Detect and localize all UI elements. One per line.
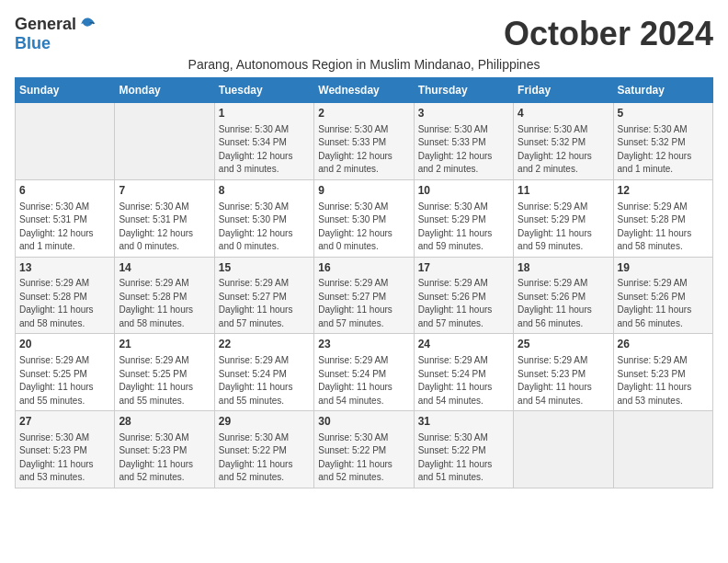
calendar-cell: 28Sunrise: 5:30 AM Sunset: 5:23 PM Dayli… — [115, 411, 214, 488]
calendar-cell: 17Sunrise: 5:29 AM Sunset: 5:26 PM Dayli… — [414, 257, 513, 334]
weekday-header-saturday: Saturday — [613, 78, 712, 103]
calendar-cell: 22Sunrise: 5:29 AM Sunset: 5:24 PM Dayli… — [214, 334, 313, 411]
day-info: Sunrise: 5:30 AM Sunset: 5:23 PM Dayligh… — [19, 431, 110, 485]
calendar-cell: 8Sunrise: 5:30 AM Sunset: 5:30 PM Daylig… — [214, 179, 313, 257]
calendar-cell: 18Sunrise: 5:29 AM Sunset: 5:26 PM Dayli… — [514, 257, 613, 334]
day-number: 22 — [219, 337, 310, 352]
day-number: 25 — [518, 337, 609, 352]
day-info: Sunrise: 5:29 AM Sunset: 5:26 PM Dayligh… — [618, 277, 709, 330]
calendar-week-row: 6Sunrise: 5:30 AM Sunset: 5:31 PM Daylig… — [16, 179, 713, 257]
day-number: 1 — [219, 106, 310, 121]
calendar-cell: 15Sunrise: 5:29 AM Sunset: 5:27 PM Dayli… — [214, 257, 313, 334]
calendar-cell — [613, 411, 712, 488]
calendar-week-row: 13Sunrise: 5:29 AM Sunset: 5:28 PM Dayli… — [16, 257, 713, 334]
day-info: Sunrise: 5:30 AM Sunset: 5:31 PM Dayligh… — [19, 201, 110, 254]
day-number: 27 — [19, 414, 110, 430]
weekday-header-friday: Friday — [514, 78, 613, 103]
day-info: Sunrise: 5:29 AM Sunset: 5:24 PM Dayligh… — [418, 354, 509, 408]
day-info: Sunrise: 5:29 AM Sunset: 5:28 PM Dayligh… — [119, 277, 210, 330]
weekday-header-wednesday: Wednesday — [314, 78, 414, 103]
day-info: Sunrise: 5:30 AM Sunset: 5:29 PM Dayligh… — [418, 201, 509, 254]
calendar-cell: 11Sunrise: 5:29 AM Sunset: 5:29 PM Dayli… — [514, 179, 613, 257]
day-info: Sunrise: 5:30 AM Sunset: 5:22 PM Dayligh… — [318, 431, 409, 485]
day-number: 10 — [418, 183, 509, 199]
month-title: October 2024 — [504, 15, 713, 53]
day-number: 31 — [418, 414, 509, 430]
day-number: 7 — [119, 183, 210, 199]
day-number: 30 — [318, 414, 409, 430]
calendar-cell: 3Sunrise: 5:30 AM Sunset: 5:33 PM Daylig… — [414, 103, 513, 180]
day-number: 9 — [318, 183, 409, 199]
day-info: Sunrise: 5:30 AM Sunset: 5:31 PM Dayligh… — [119, 201, 210, 254]
calendar-cell: 14Sunrise: 5:29 AM Sunset: 5:28 PM Dayli… — [115, 257, 214, 334]
calendar-week-row: 1Sunrise: 5:30 AM Sunset: 5:34 PM Daylig… — [16, 103, 713, 180]
calendar-cell: 1Sunrise: 5:30 AM Sunset: 5:34 PM Daylig… — [214, 103, 313, 180]
weekday-header-tuesday: Tuesday — [214, 78, 313, 103]
day-number: 13 — [19, 260, 110, 276]
day-number: 23 — [318, 337, 409, 352]
day-number: 18 — [518, 260, 609, 276]
logo: General Blue — [15, 15, 97, 53]
calendar-table: SundayMondayTuesdayWednesdayThursdayFrid… — [15, 77, 713, 488]
calendar-cell: 21Sunrise: 5:29 AM Sunset: 5:25 PM Dayli… — [115, 334, 214, 411]
day-number: 28 — [119, 414, 210, 430]
calendar-cell: 27Sunrise: 5:30 AM Sunset: 5:23 PM Dayli… — [16, 411, 115, 488]
day-info: Sunrise: 5:30 AM Sunset: 5:32 PM Dayligh… — [618, 123, 709, 177]
calendar-cell: 16Sunrise: 5:29 AM Sunset: 5:27 PM Dayli… — [314, 257, 414, 334]
calendar-cell: 7Sunrise: 5:30 AM Sunset: 5:31 PM Daylig… — [115, 179, 214, 257]
calendar-week-row: 27Sunrise: 5:30 AM Sunset: 5:23 PM Dayli… — [16, 411, 713, 488]
day-number: 29 — [219, 414, 310, 430]
calendar-cell — [16, 103, 115, 180]
day-info: Sunrise: 5:30 AM Sunset: 5:32 PM Dayligh… — [518, 123, 609, 177]
calendar-cell: 5Sunrise: 5:30 AM Sunset: 5:32 PM Daylig… — [613, 103, 712, 180]
calendar-cell: 30Sunrise: 5:30 AM Sunset: 5:22 PM Dayli… — [314, 411, 414, 488]
calendar-cell — [115, 103, 214, 180]
day-info: Sunrise: 5:29 AM Sunset: 5:25 PM Dayligh… — [19, 354, 110, 408]
day-info: Sunrise: 5:30 AM Sunset: 5:23 PM Dayligh… — [119, 431, 210, 485]
page-header: General Blue October 2024 — [15, 15, 713, 53]
day-number: 12 — [618, 183, 709, 199]
day-info: Sunrise: 5:29 AM Sunset: 5:24 PM Dayligh… — [318, 354, 409, 408]
day-number: 3 — [418, 106, 509, 121]
day-number: 20 — [19, 337, 110, 352]
logo-bird-icon — [78, 16, 97, 34]
calendar-cell: 6Sunrise: 5:30 AM Sunset: 5:31 PM Daylig… — [16, 179, 115, 257]
day-info: Sunrise: 5:30 AM Sunset: 5:30 PM Dayligh… — [318, 201, 409, 254]
calendar-cell: 20Sunrise: 5:29 AM Sunset: 5:25 PM Dayli… — [16, 334, 115, 411]
weekday-header-row: SundayMondayTuesdayWednesdayThursdayFrid… — [16, 78, 713, 103]
calendar-cell: 31Sunrise: 5:30 AM Sunset: 5:22 PM Dayli… — [414, 411, 513, 488]
calendar-cell: 23Sunrise: 5:29 AM Sunset: 5:24 PM Dayli… — [314, 334, 414, 411]
calendar-cell: 25Sunrise: 5:29 AM Sunset: 5:23 PM Dayli… — [514, 334, 613, 411]
day-number: 6 — [19, 183, 110, 199]
calendar-cell: 24Sunrise: 5:29 AM Sunset: 5:24 PM Dayli… — [414, 334, 513, 411]
day-number: 16 — [318, 260, 409, 276]
day-info: Sunrise: 5:29 AM Sunset: 5:27 PM Dayligh… — [318, 277, 409, 330]
day-info: Sunrise: 5:29 AM Sunset: 5:29 PM Dayligh… — [518, 201, 609, 254]
calendar-subtitle: Parang, Autonomous Region in Muslim Mind… — [15, 57, 713, 72]
calendar-cell: 13Sunrise: 5:29 AM Sunset: 5:28 PM Dayli… — [16, 257, 115, 334]
calendar-week-row: 20Sunrise: 5:29 AM Sunset: 5:25 PM Dayli… — [16, 334, 713, 411]
calendar-cell: 26Sunrise: 5:29 AM Sunset: 5:23 PM Dayli… — [613, 334, 712, 411]
day-number: 5 — [618, 106, 709, 121]
day-number: 11 — [518, 183, 609, 199]
day-info: Sunrise: 5:29 AM Sunset: 5:23 PM Dayligh… — [618, 354, 709, 408]
weekday-header-sunday: Sunday — [16, 78, 115, 103]
day-number: 17 — [418, 260, 509, 276]
logo-blue: Blue — [15, 34, 51, 53]
day-info: Sunrise: 5:30 AM Sunset: 5:34 PM Dayligh… — [219, 123, 310, 177]
calendar-cell: 19Sunrise: 5:29 AM Sunset: 5:26 PM Dayli… — [613, 257, 712, 334]
day-info: Sunrise: 5:30 AM Sunset: 5:33 PM Dayligh… — [418, 123, 509, 177]
calendar-cell: 4Sunrise: 5:30 AM Sunset: 5:32 PM Daylig… — [514, 103, 613, 180]
day-info: Sunrise: 5:30 AM Sunset: 5:30 PM Dayligh… — [219, 201, 310, 254]
calendar-cell — [514, 411, 613, 488]
weekday-header-thursday: Thursday — [414, 78, 513, 103]
day-info: Sunrise: 5:29 AM Sunset: 5:26 PM Dayligh… — [518, 277, 609, 330]
day-info: Sunrise: 5:29 AM Sunset: 5:24 PM Dayligh… — [219, 354, 310, 408]
day-number: 2 — [318, 106, 409, 121]
day-number: 4 — [518, 106, 609, 121]
calendar-cell: 10Sunrise: 5:30 AM Sunset: 5:29 PM Dayli… — [414, 179, 513, 257]
calendar-cell: 29Sunrise: 5:30 AM Sunset: 5:22 PM Dayli… — [214, 411, 313, 488]
day-number: 14 — [119, 260, 210, 276]
day-number: 26 — [618, 337, 709, 352]
day-info: Sunrise: 5:30 AM Sunset: 5:22 PM Dayligh… — [219, 431, 310, 485]
